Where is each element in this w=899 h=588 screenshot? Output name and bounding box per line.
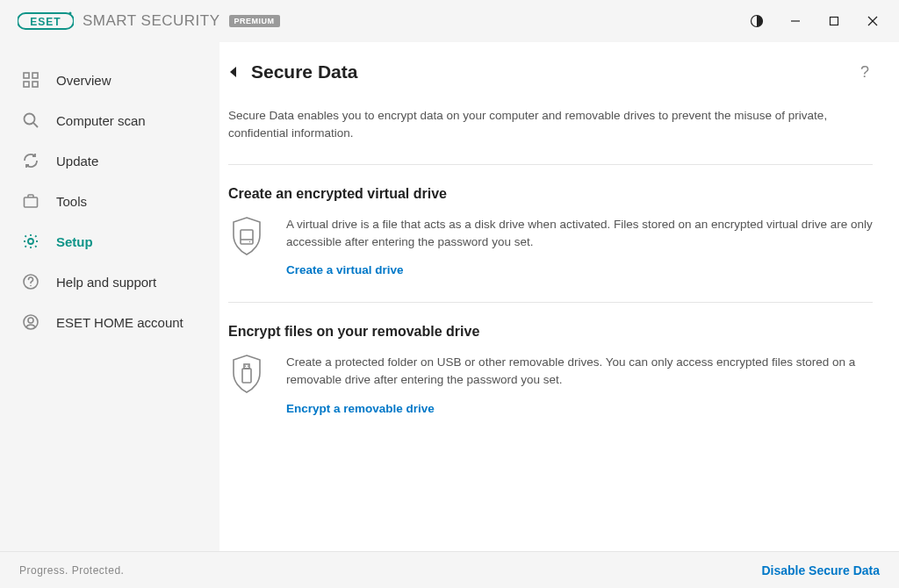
svg-rect-9	[32, 73, 38, 78]
maximize-button[interactable]	[815, 7, 853, 35]
product-name: SMART SECURITY	[83, 12, 220, 30]
svg-point-17	[30, 285, 32, 287]
sidebar-item-update[interactable]: Update	[0, 140, 219, 181]
svg-marker-20	[230, 67, 236, 77]
svg-rect-21	[241, 230, 253, 244]
main-content: Secure Data ? Secure Data enables you to…	[219, 42, 899, 551]
brand: ESET SMART SECURITY PREMIUM	[18, 11, 280, 32]
divider	[228, 164, 873, 165]
intro-text: Secure Data enables you to encrypt data …	[228, 107, 873, 143]
premium-badge: PREMIUM	[229, 15, 280, 27]
footer: Progress. Protected. Disable Secure Data	[0, 551, 899, 588]
svg-point-2	[69, 12, 72, 15]
sidebar: Overview Computer scan Update	[0, 42, 219, 551]
svg-rect-5	[831, 18, 838, 25]
section-title-removable: Encrypt files on your removable drive	[228, 324, 873, 340]
help-circle-icon	[21, 272, 40, 291]
sidebar-item-tools[interactable]: Tools	[0, 181, 219, 221]
sidebar-item-label: Computer scan	[56, 113, 146, 128]
svg-rect-25	[244, 364, 249, 369]
sidebar-item-label: Setup	[56, 234, 93, 249]
svg-rect-14	[25, 197, 38, 207]
sidebar-item-label: Tools	[56, 194, 87, 209]
sidebar-item-label: Update	[56, 154, 98, 169]
sidebar-item-setup[interactable]: Setup	[0, 221, 219, 262]
sidebar-item-label: ESET HOME account	[56, 315, 183, 330]
refresh-icon	[21, 151, 40, 170]
section-desc: A virtual drive is a file that acts as a…	[286, 216, 873, 252]
svg-text:ESET: ESET	[30, 16, 61, 28]
svg-line-13	[33, 123, 38, 127]
overview-icon	[21, 70, 40, 90]
svg-rect-10	[24, 82, 29, 87]
create-virtual-drive-link[interactable]: Create a virtual drive	[286, 263, 404, 276]
shield-drive-icon	[228, 216, 265, 278]
gear-icon	[21, 232, 40, 251]
disable-secure-data-link[interactable]: Disable Secure Data	[761, 563, 880, 577]
eset-logo: ESET	[18, 11, 74, 32]
sidebar-item-home-account[interactable]: ESET HOME account	[0, 302, 219, 342]
sidebar-item-help[interactable]: Help and support	[0, 262, 219, 302]
svg-rect-8	[24, 73, 29, 78]
section-virtual-drive: A virtual drive is a file that acts as a…	[228, 216, 873, 278]
svg-rect-11	[32, 82, 38, 87]
encrypt-removable-drive-link[interactable]: Encrypt a removable drive	[286, 402, 435, 415]
sidebar-item-label: Help and support	[56, 275, 156, 290]
footer-tagline: Progress. Protected.	[19, 564, 124, 577]
theme-toggle[interactable]	[737, 7, 776, 35]
page-header: Secure Data ?	[228, 61, 873, 82]
sidebar-item-label: Overview	[56, 73, 111, 88]
svg-point-15	[28, 239, 33, 244]
minimize-button[interactable]	[776, 7, 815, 35]
svg-point-23	[249, 240, 251, 242]
sidebar-item-overview[interactable]: Overview	[0, 60, 219, 100]
titlebar: ESET SMART SECURITY PREMIUM	[0, 0, 899, 42]
section-title-virtual-drive: Create an encrypted virtual drive	[228, 186, 873, 202]
user-circle-icon	[21, 312, 40, 332]
magnifier-icon	[21, 111, 40, 130]
close-button[interactable]	[853, 7, 892, 35]
window-controls	[737, 7, 892, 35]
help-icon[interactable]: ?	[857, 63, 873, 82]
back-arrow-icon[interactable]	[228, 66, 239, 78]
shield-usb-icon	[228, 354, 265, 416]
svg-point-12	[25, 114, 35, 125]
page-title: Secure Data	[251, 61, 357, 82]
svg-point-19	[28, 318, 33, 323]
section-removable-drive: Create a protected folder on USB or othe…	[228, 354, 873, 416]
briefcase-icon	[21, 191, 40, 211]
svg-rect-24	[242, 369, 251, 383]
divider	[228, 302, 873, 303]
section-desc: Create a protected folder on USB or othe…	[286, 354, 873, 390]
sidebar-item-computer-scan[interactable]: Computer scan	[0, 100, 219, 140]
